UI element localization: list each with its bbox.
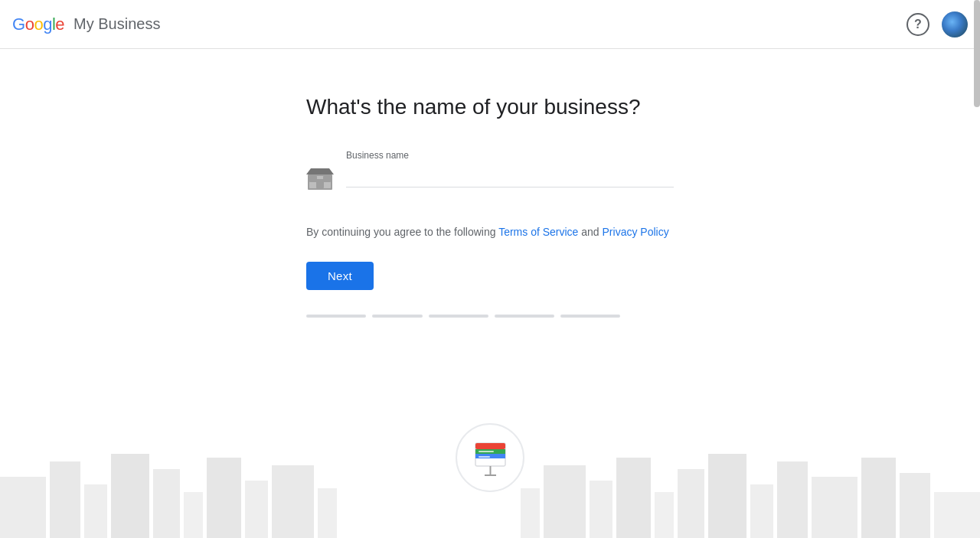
- svg-rect-4: [309, 176, 317, 182]
- business-name-field-wrapper: Business name: [346, 150, 674, 187]
- main-content: What's the name of your business? Busine…: [0, 49, 980, 538]
- business-name-input[interactable]: [346, 164, 674, 187]
- google-letter-o1: o: [25, 15, 34, 34]
- header-actions: ?: [906, 11, 968, 37]
- app-header: Google My Business ?: [0, 0, 980, 49]
- terms-of-service-link[interactable]: Terms of Service: [498, 226, 578, 238]
- svg-rect-5: [323, 176, 331, 182]
- store-icon: [306, 165, 334, 190]
- google-letter-o2: o: [34, 15, 43, 34]
- progress-step-3: [429, 315, 488, 318]
- terms-middle: and: [578, 226, 602, 238]
- google-letter-g: G: [12, 15, 25, 34]
- business-name-label: Business name: [346, 150, 674, 161]
- terms-prefix: By continuing you agree to the following: [306, 226, 498, 238]
- terms-text: By continuing you agree to the following…: [306, 223, 674, 240]
- scrollbar-track: [974, 0, 980, 48]
- business-name-field-row: Business name: [306, 150, 674, 193]
- svg-rect-2: [316, 179, 324, 188]
- app-name-label: My Business: [74, 15, 160, 33]
- progress-step-5: [560, 315, 620, 318]
- form-container: What's the name of your business? Busine…: [306, 95, 674, 318]
- google-logo: Google: [12, 15, 64, 34]
- google-letter-g2: g: [43, 15, 52, 34]
- progress-steps: [306, 315, 674, 318]
- google-letter-e: e: [55, 15, 64, 34]
- privacy-policy-link[interactable]: Privacy Policy: [603, 226, 669, 238]
- header-logo-area: Google My Business: [12, 15, 160, 34]
- page-title: What's the name of your business?: [306, 95, 674, 119]
- progress-step-4: [495, 315, 554, 318]
- svg-marker-3: [306, 168, 334, 174]
- help-button[interactable]: ?: [906, 13, 929, 36]
- next-button[interactable]: Next: [306, 262, 374, 290]
- progress-step-1: [306, 315, 366, 318]
- progress-step-2: [372, 315, 423, 318]
- avatar-image: [942, 11, 968, 37]
- store-icon-wrapper: [306, 165, 334, 193]
- user-avatar[interactable]: [942, 11, 968, 37]
- help-icon: ?: [914, 18, 922, 31]
